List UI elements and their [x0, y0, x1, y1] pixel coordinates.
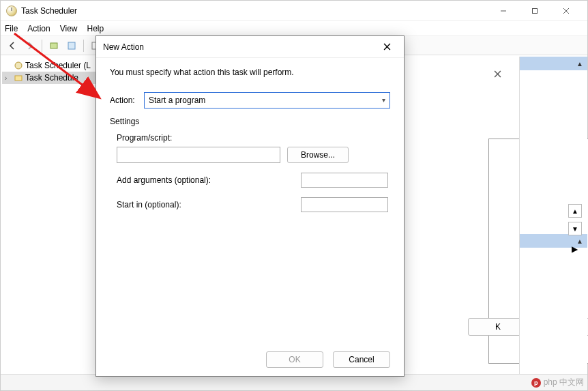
tree-panel: Task Scheduler (L › Task Schedule — [1, 57, 100, 374]
play-icon[interactable]: ▶ — [572, 244, 578, 254]
menu-file[interactable]: File — [5, 24, 18, 33]
svg-rect-1 — [533, 8, 538, 13]
svg-point-7 — [15, 62, 22, 69]
actions-nav: ▲ ▼ — [568, 204, 582, 235]
settings-group: Program/script: Browse... Add arguments … — [110, 133, 390, 212]
browse-button[interactable]: Browse... — [287, 147, 349, 163]
watermark-text: php 中文网 — [544, 377, 584, 388]
folder-icon — [14, 73, 23, 83]
up-button[interactable] — [46, 38, 61, 53]
cancel-button[interactable]: Cancel — [333, 351, 390, 368]
titlebar: Task Scheduler — [1, 1, 587, 21]
startin-input[interactable] — [301, 197, 388, 212]
window-controls — [488, 1, 582, 21]
dialog-titlebar: New Action — [96, 36, 404, 58]
dialog-description: You must specify what action this task w… — [110, 68, 390, 77]
dialog-close-button[interactable] — [377, 39, 397, 55]
toolbar-separator — [83, 40, 84, 52]
actions-panel: ▲ ▲ ▼ ▶ ▲ — [519, 57, 587, 374]
menu-action[interactable]: Action — [27, 24, 50, 33]
actions-panel-header[interactable]: ▲ — [520, 57, 587, 70]
svg-rect-5 — [68, 42, 75, 49]
action-combobox[interactable]: Start a program ▾ — [144, 92, 390, 108]
tree-child[interactable]: › Task Schedule — [2, 72, 98, 84]
clock-icon — [14, 61, 23, 70]
menu-help[interactable]: Help — [87, 24, 104, 33]
action-label: Action: — [110, 96, 144, 105]
minimize-button[interactable] — [488, 1, 519, 21]
ok-button[interactable]: OK — [266, 351, 323, 368]
chevron-down-icon: ▾ — [382, 96, 385, 104]
action-row: Action: Start a program ▾ — [110, 92, 390, 108]
action-value: Start a program — [149, 96, 205, 105]
caret-up-icon: ▲ — [576, 237, 583, 245]
svg-rect-4 — [50, 43, 57, 48]
ok-label: OK — [289, 355, 300, 364]
move-up-button[interactable]: ▲ — [568, 204, 582, 218]
program-input[interactable] — [117, 147, 280, 163]
bg-ok-label: K — [495, 322, 501, 332]
toolbar-separator — [42, 40, 42, 52]
tree-root[interactable]: Task Scheduler (L — [2, 59, 98, 72]
properties-button[interactable] — [64, 38, 79, 53]
menu-view[interactable]: View — [60, 24, 78, 33]
maximize-button[interactable] — [519, 1, 550, 21]
menubar: File Action View Help — [1, 21, 587, 36]
bg-close-button[interactable] — [482, 65, 512, 83]
php-badge-icon: p — [531, 378, 541, 388]
arguments-input[interactable] — [301, 173, 388, 188]
cancel-label: Cancel — [349, 355, 374, 364]
tree-root-label: Task Scheduler (L — [25, 61, 91, 70]
tree-child-label: Task Schedule — [25, 73, 78, 83]
arguments-row: Add arguments (optional): — [117, 173, 390, 188]
window-title: Task Scheduler — [21, 6, 488, 16]
dialog-footer: OK Cancel — [266, 351, 390, 368]
watermark: p php 中文网 — [531, 377, 584, 388]
startin-row: Start in (optional): — [117, 197, 390, 212]
dialog-title: New Action — [103, 42, 377, 52]
svg-rect-8 — [15, 76, 22, 81]
caret-up-icon: ▲ — [576, 60, 583, 68]
clock-icon — [6, 5, 17, 16]
arguments-label: Add arguments (optional): — [117, 175, 301, 185]
back-button[interactable] — [5, 38, 20, 53]
close-button[interactable] — [550, 1, 582, 21]
settings-label: Settings — [110, 117, 390, 126]
startin-label: Start in (optional): — [117, 200, 301, 209]
new-action-dialog: New Action You must specify what action … — [95, 35, 405, 377]
forward-button[interactable] — [23, 38, 38, 53]
chevron-right-icon: › — [5, 74, 12, 82]
move-down-button[interactable]: ▼ — [568, 222, 582, 235]
dialog-body: You must specify what action this task w… — [96, 58, 404, 231]
program-label: Program/script: — [117, 133, 390, 143]
